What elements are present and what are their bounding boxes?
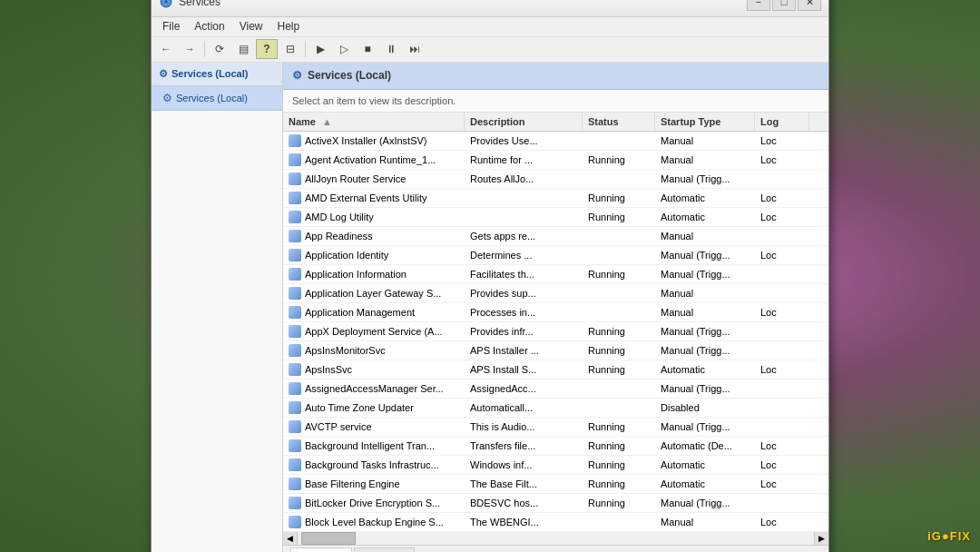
service-log [755,341,809,360]
watermark: iG●FIX [927,529,971,543]
service-name-cell: ApsInsMonitorSvc [283,341,465,360]
window-icon [159,0,173,9]
back-button[interactable]: ← [155,39,177,59]
col-header-status[interactable]: Status [583,113,655,131]
table-row[interactable]: Base Filtering EngineThe Base Filt...Run… [283,475,828,494]
table-row[interactable]: AllJoyn Router ServiceRoutes AllJo...Man… [283,170,828,189]
stop-button[interactable]: ■ [357,39,378,59]
scrollbar-track[interactable] [298,532,814,545]
table-row[interactable]: AppX Deployment Service (A...Provides in… [283,322,828,341]
horizontal-scrollbar[interactable]: ◀ ▶ [283,532,828,545]
table-row[interactable]: Background Intelligent Tran...Transfers … [283,437,828,456]
services-window: Services − □ ✕ File Action View Help ← →… [151,0,829,552]
service-startup: Automatic [655,189,755,207]
service-icon [289,230,301,242]
menu-view[interactable]: View [232,18,270,34]
scroll-right-button[interactable]: ▶ [814,532,828,545]
table-row[interactable]: Block Level Backup Engine S...The WBENGI… [283,513,828,532]
sidebar-header: ⚙ Services (Local) [152,63,282,86]
service-log: Loc [755,132,809,150]
service-description: BDESVC hos... [465,494,583,512]
resume-button[interactable]: ⏭ [404,39,426,59]
table-row[interactable]: App ReadinessGets apps re...Manual [283,227,828,246]
refresh-button[interactable]: ⟳ [209,39,230,59]
help-button[interactable]: ? [256,39,278,59]
table-row[interactable]: ApsInsSvcAPS Install S...RunningAutomati… [283,360,828,380]
service-name: App Readiness [305,231,373,242]
service-log [755,494,809,512]
pause-button[interactable]: ⏸ [380,39,402,59]
menu-help[interactable]: Help [270,18,308,34]
service-status [583,399,655,417]
service-name-cell: AMD External Events Utility [283,189,465,207]
service-status [583,132,655,150]
maximize-button[interactable]: □ [772,0,796,11]
table-row[interactable]: AssignedAccessManager Ser...AssignedAcc.… [283,380,828,399]
table-row[interactable]: ApsInsMonitorSvcAPS Installer ...Running… [283,341,828,360]
scroll-left-button[interactable]: ◀ [283,532,298,545]
list-button[interactable]: ▤ [232,39,254,59]
service-icon [289,325,301,338]
table-row[interactable]: Agent Activation Runtime_1...Runtime for… [283,151,828,170]
minimize-button[interactable]: − [747,0,770,11]
table-row[interactable]: Application Layer Gateway S...Provides s… [283,284,828,303]
close-button[interactable]: ✕ [798,0,821,11]
sidebar-item-services-local[interactable]: ⚙ Services (Local) [152,86,282,111]
table-row[interactable]: Application ManagementProcesses in...Man… [283,303,828,322]
table-row[interactable]: Application IdentityDetermines ...Manual… [283,246,828,265]
service-icon [289,516,301,528]
service-log: Loc [755,513,809,531]
table-row[interactable]: ActiveX Installer (AxInstSV)Provides Use… [283,132,828,151]
service-startup: Manual (Trigg... [655,418,755,436]
play-button[interactable]: ▶ [309,39,331,59]
service-name: AVCTP service [305,421,372,432]
table-row[interactable]: Background Tasks Infrastruc...Windows in… [283,456,828,475]
service-icon [289,420,301,433]
service-log: Loc [755,437,809,455]
service-name-cell: Agent Activation Runtime_1... [283,151,465,169]
service-name-cell: Background Intelligent Tran... [283,437,465,455]
table-row[interactable]: AMD External Events UtilityRunningAutoma… [283,189,828,208]
content-area: ⚙ Services (Local) Select an item to vie… [283,63,828,553]
properties-button[interactable]: ⊟ [279,39,301,59]
toolbar: ← → ⟳ ▤ ? ⊟ ▶ ▷ ■ ⏸ ⏭ [152,37,828,63]
table-row[interactable]: AMD Log UtilityRunningAutomaticLoc [283,208,828,227]
service-name: Application Management [305,307,415,318]
service-icon [289,497,301,509]
service-description: Automaticall... [465,399,583,417]
col-header-name[interactable]: Name ▲ [283,113,465,131]
service-name-cell: Application Information [283,265,465,283]
service-icon [289,192,301,204]
forward-button[interactable]: → [179,39,201,59]
service-name: BitLocker Drive Encryption S... [305,498,440,508]
service-log [755,380,809,398]
play2-button[interactable]: ▷ [333,39,355,59]
service-startup: Automatic (De... [655,437,755,455]
col-header-description[interactable]: Description [465,113,583,131]
service-status: Running [583,151,655,169]
services-list[interactable]: ActiveX Installer (AxInstSV)Provides Use… [283,132,828,532]
table-row[interactable]: BitLocker Drive Encryption S...BDESVC ho… [283,494,828,513]
service-description: This is Audio... [465,418,583,436]
table-row[interactable]: Auto Time Zone UpdaterAutomaticall...Dis… [283,399,828,418]
service-name: Background Tasks Infrastruc... [305,459,439,470]
menu-file[interactable]: File [155,18,187,34]
table-row[interactable]: AVCTP serviceThis is Audio...RunningManu… [283,418,828,437]
col-header-startup[interactable]: Startup Type [655,113,755,131]
service-startup: Manual (Trigg... [655,170,755,188]
tab-standard[interactable]: Standard [354,547,415,553]
content-header-icon: ⚙ [292,69,302,82]
service-name: Application Layer Gateway S... [305,288,441,299]
service-startup: Manual (Trigg... [655,246,755,264]
service-description: Runtime for ... [465,151,583,169]
service-name: Base Filtering Engine [305,478,400,489]
service-name-cell: Application Layer Gateway S... [283,284,465,302]
menu-action[interactable]: Action [187,18,231,34]
col-header-log[interactable]: Log [755,113,809,131]
table-row[interactable]: Application InformationFacilitates th...… [283,265,828,284]
description-text: Select an item to view its description. [292,95,456,106]
description-bar: Select an item to view its description. [283,90,828,113]
tab-extended[interactable]: Extended [290,547,352,553]
scrollbar-thumb[interactable] [301,532,356,545]
service-description: Transfers file... [465,437,583,455]
